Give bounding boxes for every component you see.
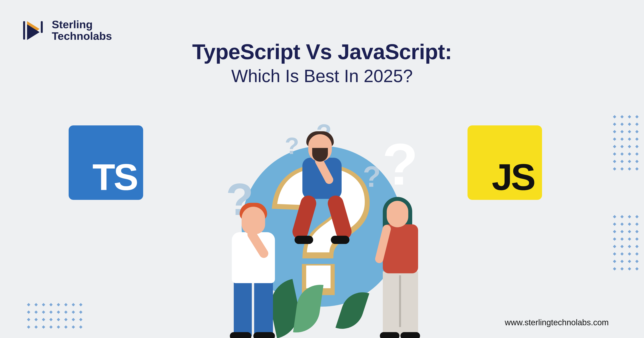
hero-title-line1: TypeScript Vs JavaScript: — [0, 39, 644, 64]
brand-name: Sterling Technolabs — [52, 19, 112, 42]
person-standing-left-icon — [220, 201, 283, 338]
javascript-badge: JS — [468, 125, 542, 200]
hero-title-line2: Which Is Best In 2025? — [0, 66, 644, 86]
center-illustration: ? ? ? ? ? ? ? ? — [214, 122, 430, 338]
svg-rect-0 — [23, 21, 25, 39]
typescript-badge: TS — [69, 125, 143, 200]
hero-title: TypeScript Vs JavaScript: Which Is Best … — [0, 39, 644, 86]
decorative-dots-icon — [614, 216, 638, 270]
person-standing-right-icon — [369, 197, 428, 338]
decorative-dots-icon — [28, 304, 82, 328]
decorative-dots-icon — [614, 116, 638, 170]
typescript-label: TS — [92, 158, 137, 196]
javascript-label: JS — [492, 158, 534, 196]
question-mark-icon: ? — [382, 130, 418, 198]
svg-rect-3 — [41, 21, 43, 33]
person-sitting-icon — [289, 134, 354, 244]
footer-url: www.sterlingtechnolabs.com — [505, 318, 609, 327]
brand-name-line1: Sterling — [52, 19, 112, 30]
